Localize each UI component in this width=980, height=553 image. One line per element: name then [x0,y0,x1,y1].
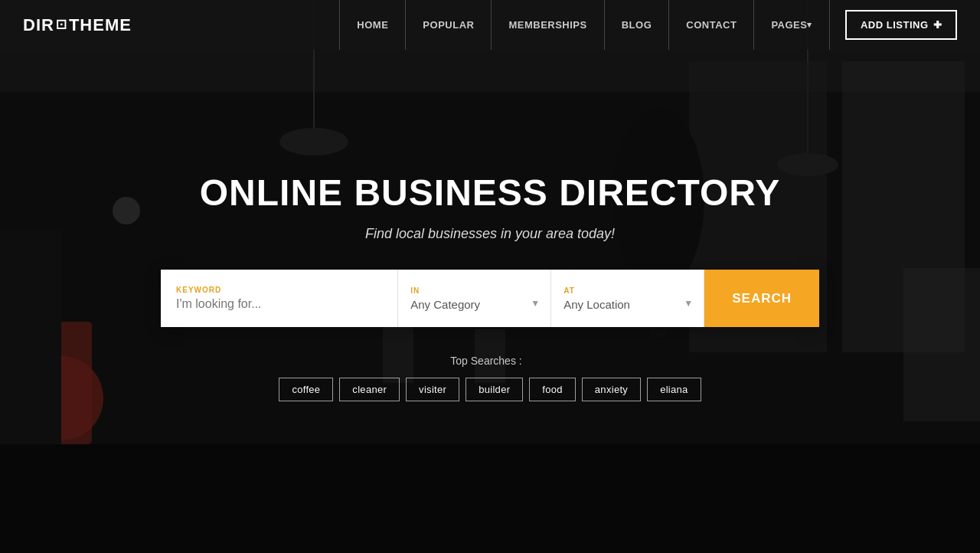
category-label: IN [410,286,538,295]
search-keyword-field: KEYWORD [161,270,398,327]
brand-text-part1: DIR [23,15,54,35]
tag-builder[interactable]: builder [466,378,523,401]
tag-cleaner[interactable]: cleaner [339,378,400,401]
hero-subtitle: Find local businesses in your area today… [365,226,615,242]
category-select[interactable]: Any Category Restaurants Hotels Shopping… [410,298,538,311]
nav-item-home[interactable]: HOME [339,0,406,50]
nav-item-memberships[interactable]: MEMBERSHIPS [492,0,604,50]
navbar: DIR ⚀ THEME HOME POPULAR MEMBERSHIPS BLO… [0,0,980,50]
search-button[interactable]: SEARCH [704,270,819,327]
search-input[interactable] [176,297,382,311]
category-dropdown-wrapper: IN Any Category Restaurants Hotels Shopp… [398,270,551,327]
add-listing-button[interactable]: ADD LISTING ✚ [845,10,957,40]
brand-text-part2: THEME [69,15,132,35]
nav-item-blog[interactable]: BLOG [605,0,670,50]
top-searches: Top Searches : [450,355,529,367]
plus-icon: ✚ [933,19,942,31]
hero-section: ONLINE BUSINESS DIRECTORY Find local bus… [0,0,980,553]
pin-icon: ⚀ [56,18,67,32]
nav-item-pages[interactable]: PAGES [754,0,830,50]
hero-title: ONLINE BUSINESS DIRECTORY [200,172,780,214]
keyword-label: KEYWORD [176,286,382,294]
tag-anxiety[interactable]: anxiety [582,378,641,401]
location-select[interactable]: Any Location New York Los Angeles Chicag… [564,298,691,311]
brand-logo[interactable]: DIR ⚀ THEME [23,15,132,35]
nav-menu: HOME POPULAR MEMBERSHIPS BLOG CONTACT PA… [339,0,830,50]
tag-eliana[interactable]: eliana [647,378,701,401]
add-listing-label: ADD LISTING [861,19,929,31]
nav-item-popular[interactable]: POPULAR [406,0,492,50]
hero-content: ONLINE BUSINESS DIRECTORY Find local bus… [0,172,980,404]
nav-item-contact[interactable]: CONTACT [669,0,754,50]
tag-food[interactable]: food [529,378,576,401]
location-dropdown-wrapper: AT Any Location New York Los Angeles Chi… [551,270,704,327]
tags-container: coffee cleaner visiter builder food anxi… [276,375,704,404]
tag-coffee[interactable]: coffee [279,378,333,401]
search-box: KEYWORD IN Any Category Restaurants Hote… [161,270,819,327]
tag-visiter[interactable]: visiter [406,378,459,401]
top-searches-label: Top Searches : [450,355,521,367]
location-label: AT [564,286,691,295]
